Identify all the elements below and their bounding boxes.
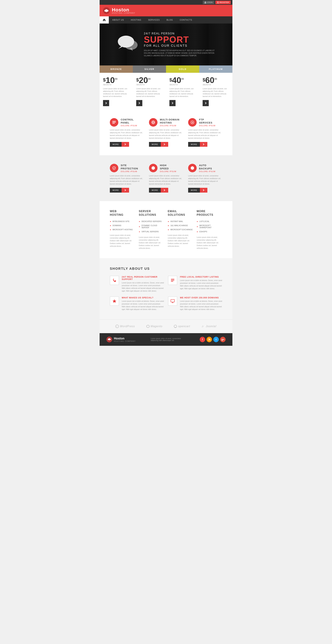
more-products-title: MOREPRODUCTS bbox=[197, 210, 222, 217]
feature-title-ftp: FTPSERVICES bbox=[199, 118, 215, 124]
gold-price: $4099 /MONTH bbox=[166, 73, 199, 88]
feature-title-control: CONTROLPANEL bbox=[121, 118, 137, 124]
feature-protection: SITEPROTECTION DOLORE IPSUM Lorem ipsum … bbox=[110, 164, 144, 192]
svg-point-21 bbox=[192, 168, 193, 168]
feature-subtitle-ftp: DOLORE IPSUM bbox=[199, 124, 215, 126]
partner-joomla: J! Joomla! bbox=[201, 325, 217, 328]
hero-content: 24/7 REAL PERSON SUPPORT FOR ALL OUR CLI… bbox=[103, 24, 229, 62]
product-link-dedicated[interactable]: ► DEDICATED SERVERS bbox=[139, 219, 164, 224]
product-link-listlocal[interactable]: ► LISTLOCAL bbox=[197, 219, 222, 224]
svg-rect-13 bbox=[112, 123, 115, 124]
nav-services[interactable]: SERVICES bbox=[145, 16, 163, 24]
product-link-cloud[interactable]: ► DYNAMIC CLOUD SERVER bbox=[139, 224, 164, 230]
login-button[interactable]: LOGIN bbox=[203, 1, 214, 4]
product-link-sharepoint[interactable]: ► MICROSOFT SHAREPOINT bbox=[197, 224, 222, 230]
feature-subtitle-protection: DOLORE IPSUM bbox=[121, 170, 138, 172]
gold-cta[interactable] bbox=[169, 100, 176, 106]
svg-point-40 bbox=[208, 340, 209, 340]
partner-opencart: opencart bbox=[174, 325, 190, 328]
svg-marker-25 bbox=[112, 300, 116, 303]
nav-contacts[interactable]: CONTACTS bbox=[176, 16, 196, 24]
hero-description: DOLOR SIT AMET, CONSECTETUR ADIPISCING E… bbox=[144, 49, 215, 57]
feature-title-protection: SITEPROTECTION bbox=[121, 164, 138, 170]
nav-blog[interactable]: BLOG bbox=[163, 16, 176, 24]
site-footer: Hoston HOSTING COMPANY Lorem ipsum dolor… bbox=[100, 333, 232, 346]
silver-price: $2099 /MONTH bbox=[133, 73, 166, 88]
site-header: Hoston HOSTING COMPANY bbox=[100, 5, 232, 16]
feature-subtitle-speed: DOLORE IPSUM bbox=[160, 170, 176, 172]
svg-rect-11 bbox=[112, 121, 116, 122]
backups-more-button[interactable]: MORE bbox=[188, 188, 207, 192]
feature-title-multidomain: MULTI-DOMAINHOSTING bbox=[160, 118, 179, 124]
about-directory-title: FREE LOCAL DIRECTORY LISTING bbox=[180, 276, 222, 278]
features-grid-2: SITEPROTECTION DOLORE IPSUM Lorem ipsum … bbox=[110, 164, 222, 192]
svg-marker-8 bbox=[118, 46, 124, 49]
ftp-icon bbox=[188, 118, 197, 126]
product-link-msexchange[interactable]: ► MICROSOFT EXCHANGE bbox=[168, 228, 193, 232]
feature-backups: AUTOBACKUPS DOLORE IPSUM Lorem ipsum dol… bbox=[188, 164, 222, 192]
svg-point-2 bbox=[217, 2, 218, 2]
gplus-button[interactable]: g+ bbox=[220, 337, 226, 342]
nav-hosting[interactable]: HOSTING bbox=[127, 16, 145, 24]
feature-desc-ftp: Lorem ipsum dolor sit amet, consectetur … bbox=[188, 129, 222, 140]
partner-wordpress: W WordPress bbox=[115, 325, 135, 328]
svg-marker-6 bbox=[106, 12, 107, 12]
bronze-cta[interactable] bbox=[103, 100, 109, 106]
product-col-email: EMAILSOLUTIONS ► INSTANT MAIL ► 1&1 MAIL… bbox=[168, 210, 193, 250]
footer-brand: Hoston HOSTING COMPANY bbox=[106, 336, 136, 342]
multidomain-more-button[interactable]: MORE bbox=[149, 142, 168, 147]
product-link-virtual[interactable]: ► VIRTUAL SERVERS bbox=[139, 230, 164, 234]
twitter-button[interactable]: t bbox=[213, 337, 219, 342]
pricing-gold: GOLD $4099 /MONTH Lorem ipsum dolor sit … bbox=[166, 66, 199, 110]
silver-header: SILVER bbox=[133, 66, 166, 73]
server-solutions-desc: Lorem ipsum dolor sit amet, consectetur … bbox=[139, 236, 164, 250]
facebook-button[interactable]: f bbox=[200, 337, 205, 342]
web-hosting-title: WEBHOSTING bbox=[110, 210, 135, 217]
product-link-mybusiness[interactable]: ► MYBUSINESS SITE bbox=[110, 219, 135, 224]
svg-point-32 bbox=[174, 325, 177, 328]
protection-more-button[interactable]: MORE bbox=[110, 188, 129, 192]
server-solutions-title: SERVERSOLUTIONS bbox=[139, 210, 164, 217]
platinum-header: PLATINUM bbox=[199, 66, 232, 73]
svg-rect-23 bbox=[171, 280, 174, 280]
product-link-instant[interactable]: ► INSTANT MAIL bbox=[168, 219, 193, 224]
pricing-silver: SILVER $2099 /MONTH Lorem ipsum dolor si… bbox=[133, 66, 166, 110]
svg-point-34 bbox=[176, 327, 176, 328]
nav-home-button[interactable] bbox=[100, 16, 109, 24]
product-link-eshops[interactable]: ► ESHOPS bbox=[197, 230, 222, 234]
register-button[interactable]: REGISTER bbox=[215, 1, 231, 4]
features-section-2: SITEPROTECTION DOLORE IPSUM Lorem ipsum … bbox=[100, 155, 232, 201]
platinum-cta[interactable] bbox=[203, 100, 209, 106]
about-phone-icon bbox=[110, 276, 119, 285]
about-section: SHORTLY ABOUT US 24/7 REAL PERSON CUSTOM… bbox=[100, 258, 232, 319]
control-panel-more-button[interactable]: MORE bbox=[110, 142, 129, 147]
social-links: f t g+ bbox=[200, 337, 226, 342]
rss-button[interactable] bbox=[207, 337, 212, 342]
about-directory-desc: Lorem ipsum nisi ut dolim at dolores. Do… bbox=[180, 279, 222, 290]
svg-point-38 bbox=[108, 338, 110, 340]
feature-title-speed: HIGHSPEED bbox=[160, 164, 176, 170]
product-link-mailxchange[interactable]: ► 1&1 MAILXCHANGE bbox=[168, 224, 193, 228]
about-grid: 24/7 REAL PERSON CUSTOMER SUPPORT Lorem … bbox=[110, 276, 222, 311]
product-link-domains[interactable]: ► DOMAINS bbox=[110, 224, 135, 228]
more-products-desc: Lorem ipsum dolor sit amet, consectetur … bbox=[197, 236, 222, 250]
speed-more-button[interactable]: MORE bbox=[149, 188, 168, 192]
pricing-section: BRONZE $1099 /MONTH Lorem ipsum dolor si… bbox=[100, 66, 232, 110]
footer-brand-sub: HOSTING COMPANY bbox=[114, 340, 136, 342]
feature-desc-speed: Lorem ipsum dolor sit amet, consectetur … bbox=[149, 174, 183, 186]
email-solutions-title: EMAILSOLUTIONS bbox=[168, 210, 193, 217]
nav-about[interactable]: ABOUT US bbox=[109, 16, 127, 24]
web-hosting-desc: Lorem ipsum dolor sit amet, consectetur … bbox=[110, 234, 135, 248]
product-link-mshosting[interactable]: ► MICROSOFT HOSTING bbox=[110, 228, 135, 232]
feature-speed: HIGHSPEED DOLORE IPSUM Lorem ipsum dolor… bbox=[149, 164, 183, 192]
feature-subtitle-multidomain: DOLORE IPSUM bbox=[160, 124, 179, 126]
feature-desc-multidomain: Lorem ipsum dolor sit amet, consectetur … bbox=[149, 129, 183, 140]
top-bar: LOGIN REGISTER bbox=[100, 0, 232, 5]
footer-brand-name: Hoston bbox=[114, 337, 136, 340]
hero-section: 24/7 REAL PERSON SUPPORT FOR ALL OUR CLI… bbox=[100, 24, 232, 110]
svg-rect-22 bbox=[171, 279, 174, 280]
partners-section: W WordPress Magento opencart J! Joomla! bbox=[100, 319, 232, 333]
about-item-domains: WE HOST OVER 150.000 DOMAINS Lorem ipsum… bbox=[168, 296, 222, 311]
silver-cta[interactable] bbox=[136, 100, 142, 106]
ftp-more-button[interactable]: MORE bbox=[188, 142, 207, 147]
